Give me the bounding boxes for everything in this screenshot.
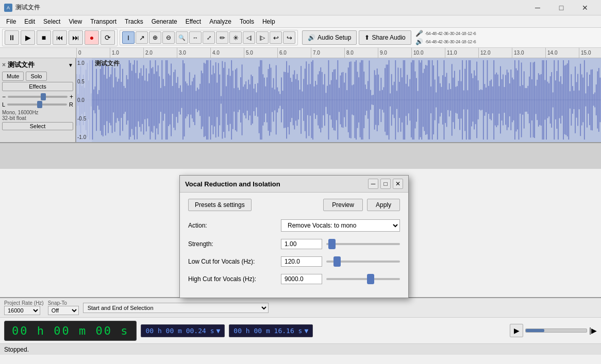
close-button[interactable]: ✕: [573, 0, 597, 15]
loop-button[interactable]: ⟳: [101, 30, 115, 45]
zoom-sel-tool[interactable]: 🔍: [176, 31, 188, 44]
strength-slider-thumb[interactable]: [328, 239, 336, 249]
gain-plus-button[interactable]: +: [70, 93, 73, 100]
low-cut-slider-thumb[interactable]: [333, 256, 341, 267]
zoom-in-tool[interactable]: ⊕: [149, 31, 161, 44]
strength-input[interactable]: [281, 239, 322, 249]
dialog-body: Presets & settings Preview Apply Action:…: [180, 193, 408, 298]
redo-tool[interactable]: ↪: [283, 31, 295, 44]
pan-slider[interactable]: [7, 103, 67, 106]
svg-rect-132: [247, 89, 248, 111]
playback-end-icon: |▶: [589, 326, 597, 335]
maximize-button[interactable]: □: [549, 0, 573, 15]
effects-button[interactable]: Effects: [2, 82, 73, 91]
mute-button[interactable]: Mute: [2, 72, 24, 81]
action-select[interactable]: Remove Vocals: to mono Isolate Vocals: t…: [281, 219, 400, 232]
svg-rect-401: [599, 78, 600, 123]
high-cut-slider-thumb[interactable]: [367, 274, 374, 284]
svg-rect-87: [188, 85, 189, 114]
next-button[interactable]: ⏭: [69, 30, 83, 45]
menu-view[interactable]: View: [64, 17, 86, 26]
track-area: × 测试文件 ▼ Mute Solo Effects − + L R Mono,…: [0, 58, 601, 143]
preview-button[interactable]: Preview: [323, 199, 363, 211]
tools-toolbar: I ↗ ⊕ ⊖ 🔍 ↔ ⤢ ✏ ✳ ◁| |▷ ↩ ↪: [120, 30, 298, 45]
track-header: × 测试文件 ▼: [2, 60, 73, 70]
trim-right-tool[interactable]: |▷: [256, 31, 269, 44]
menu-file[interactable]: File: [2, 17, 20, 26]
gain-slider[interactable]: [8, 96, 68, 98]
svg-rect-39: [125, 88, 126, 112]
menu-tracks[interactable]: Tracks: [121, 17, 147, 26]
menu-generate[interactable]: Generate: [147, 17, 181, 26]
menu-effect[interactable]: Effect: [181, 17, 205, 26]
selection-type-select[interactable]: Start and End of Selection: [83, 303, 269, 313]
track-close-button[interactable]: ×: [2, 61, 6, 68]
menu-tools[interactable]: Tools: [236, 17, 258, 26]
multi-tool[interactable]: ✳: [229, 31, 242, 44]
solo-button[interactable]: Solo: [26, 72, 46, 81]
low-cut-input[interactable]: [281, 256, 322, 267]
trim-left-tool[interactable]: ◁|: [243, 31, 255, 44]
project-rate-select[interactable]: 16000: [4, 306, 40, 315]
record-button[interactable]: ●: [85, 30, 99, 45]
stop-button[interactable]: ■: [37, 30, 51, 45]
apply-button[interactable]: Apply: [367, 199, 400, 211]
svg-rect-47: [136, 73, 137, 127]
zoom-fit-tool[interactable]: ↔: [189, 31, 202, 44]
dialog-close-button[interactable]: ✕: [393, 179, 403, 189]
select-track-button[interactable]: Select: [2, 122, 73, 130]
zoom-max-tool[interactable]: ⤢: [203, 31, 215, 44]
bottom-play-button[interactable]: ▶: [510, 324, 523, 337]
menu-select[interactable]: Select: [39, 17, 64, 26]
start-time-dropdown[interactable]: ▼: [216, 327, 221, 335]
svg-rect-231: [377, 68, 378, 131]
menu-edit[interactable]: Edit: [20, 17, 39, 26]
menu-help[interactable]: Help: [258, 17, 279, 26]
menu-transport[interactable]: Transport: [86, 17, 121, 26]
track-info-rate: Mono, 16000Hz: [2, 110, 73, 115]
speaker-icon: 🔊: [308, 34, 315, 41]
zoom-out-tool[interactable]: ⊖: [162, 31, 175, 44]
draw-tool[interactable]: ✏: [216, 31, 228, 44]
audio-setup-button[interactable]: 🔊 Audio Setup: [302, 30, 357, 45]
svg-rect-103: [209, 83, 210, 117]
svg-rect-203: [340, 76, 341, 125]
envelope-tool[interactable]: ↗: [136, 31, 148, 44]
svg-rect-114: [223, 68, 224, 132]
svg-rect-167: [293, 75, 294, 126]
play-button[interactable]: ▶: [21, 30, 35, 45]
svg-rect-344: [525, 88, 526, 112]
svg-rect-226: [370, 90, 371, 110]
svg-rect-307: [476, 62, 477, 138]
prev-button[interactable]: ⏮: [53, 30, 67, 45]
select-tool[interactable]: I: [122, 31, 135, 44]
minimize-button[interactable]: ─: [526, 0, 549, 15]
empty-track-area: [0, 143, 601, 169]
end-time-dropdown[interactable]: ▼: [304, 327, 308, 335]
svg-rect-29: [112, 67, 113, 133]
svg-rect-126: [239, 90, 240, 110]
undo-tool[interactable]: ↩: [270, 31, 282, 44]
snap-to-select[interactable]: Off: [48, 306, 79, 315]
presets-settings-button[interactable]: Presets & settings: [188, 199, 252, 211]
svg-rect-392: [588, 86, 589, 113]
waveform-display: [76, 58, 601, 142]
ruler-mark-4: 4.0: [210, 48, 244, 58]
gain-minus-button[interactable]: −: [2, 93, 6, 100]
menu-analyze[interactable]: Analyze: [205, 17, 236, 26]
svg-rect-243: [392, 85, 393, 114]
svg-rect-366: [554, 60, 555, 140]
pause-button[interactable]: ⏸: [5, 30, 19, 45]
dialog-minimize-button[interactable]: ─: [368, 179, 378, 189]
svg-rect-131: [245, 81, 246, 118]
svg-rect-109: [216, 83, 218, 117]
svg-rect-260: [415, 72, 416, 129]
share-audio-button[interactable]: ⬆ Share Audio: [359, 30, 411, 45]
svg-rect-292: [457, 86, 458, 113]
high-cut-input[interactable]: [281, 274, 322, 284]
track-expand-button[interactable]: ▼: [68, 62, 73, 68]
svg-rect-390: [585, 93, 586, 106]
playback-progress-bar[interactable]: [525, 328, 587, 333]
svg-rect-321: [495, 74, 496, 125]
dialog-maximize-button[interactable]: □: [380, 179, 391, 189]
